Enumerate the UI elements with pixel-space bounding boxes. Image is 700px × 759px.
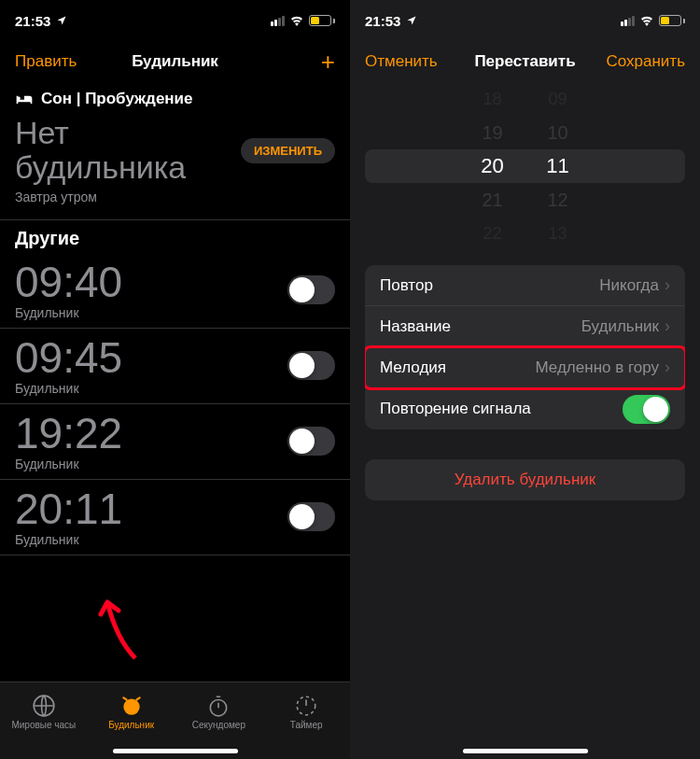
row-label: Повторение сигнала xyxy=(380,400,531,418)
alarm-label: Будильник xyxy=(15,381,122,396)
tab-stopwatch[interactable]: Секундомер xyxy=(175,682,263,740)
repeat-row[interactable]: Повтор Никогда› xyxy=(365,265,685,306)
no-alarm-text: Нет будильника xyxy=(15,116,241,186)
battery-icon xyxy=(659,15,685,26)
snooze-toggle[interactable] xyxy=(623,395,670,424)
edit-alarm-screen: 21:53 Отменить Переставить Сохранить 17 … xyxy=(350,0,700,759)
repeat-value: Никогда xyxy=(599,276,659,295)
alarm-time: 20:11 xyxy=(15,487,122,530)
name-value: Будильник xyxy=(581,317,659,336)
snooze-row: Повторение сигнала xyxy=(365,388,685,429)
edit-button[interactable]: Править xyxy=(15,52,77,71)
location-icon xyxy=(56,15,67,26)
alarm-toggle[interactable] xyxy=(287,351,335,380)
annotation-arrow xyxy=(93,588,149,663)
alarm-label: Будильник xyxy=(15,305,122,320)
sound-value: Медленно в гору xyxy=(536,358,659,377)
wifi-icon xyxy=(289,15,304,26)
add-alarm-button[interactable]: + xyxy=(321,48,335,77)
tab-label: Таймер xyxy=(290,720,323,730)
tab-world-clock[interactable]: Мировые часы xyxy=(0,682,88,740)
cancel-button[interactable]: Отменить xyxy=(365,52,438,71)
bed-icon xyxy=(15,92,34,105)
name-row[interactable]: Название Будильник› xyxy=(365,306,685,347)
selected-minute: 11 xyxy=(546,149,568,183)
svg-point-1 xyxy=(123,698,139,714)
home-indicator[interactable] xyxy=(113,749,238,753)
alarm-row[interactable]: 09:45Будильник xyxy=(0,329,350,404)
sleep-section-header: Сон | Пробуждение xyxy=(0,82,350,112)
status-bar: 21:53 xyxy=(350,0,700,41)
chevron-right-icon: › xyxy=(665,316,670,336)
row-label: Повтор xyxy=(380,276,433,295)
others-section-title: Другие xyxy=(0,219,350,253)
alarm-toggle[interactable] xyxy=(287,275,335,304)
battery-icon xyxy=(309,15,335,26)
timer-icon xyxy=(294,694,318,718)
status-time: 21:53 xyxy=(15,13,50,29)
alarm-label: Будильник xyxy=(15,457,122,471)
tab-timer[interactable]: Таймер xyxy=(262,682,350,740)
alarm-time: 09:40 xyxy=(15,260,122,303)
alarm-time: 19:22 xyxy=(15,412,122,455)
minute-picker-column[interactable]: 08 09 10 11 12 13 14 xyxy=(525,82,591,250)
tab-bar: Мировые часы Будильник Секундомер Таймер xyxy=(0,682,350,759)
chevron-right-icon: › xyxy=(665,275,670,295)
tab-alarm[interactable]: Будильник xyxy=(88,682,175,740)
tab-label: Мировые часы xyxy=(11,720,76,730)
cell-signal-icon xyxy=(621,16,635,26)
alarm-row[interactable]: 20:11Будильник xyxy=(0,480,350,555)
alarm-row[interactable]: 19:22Будильник xyxy=(0,404,350,480)
delete-group: Удалить будильник xyxy=(365,459,685,500)
nav-bar: Отменить Переставить Сохранить xyxy=(350,41,700,82)
wifi-icon xyxy=(639,15,654,26)
cell-signal-icon xyxy=(271,16,285,26)
stopwatch-icon xyxy=(206,694,231,718)
alarm-icon xyxy=(119,694,144,718)
save-button[interactable]: Сохранить xyxy=(607,52,685,71)
alarm-row[interactable]: 09:40Будильник xyxy=(0,253,350,329)
status-time: 21:53 xyxy=(365,13,400,29)
status-bar: 21:53 xyxy=(0,0,350,41)
tab-label: Будильник xyxy=(108,720,154,730)
alarm-list-screen: 21:53 Править Будильник + Сон | Пробужде… xyxy=(0,0,350,759)
nav-bar: Править Будильник + xyxy=(0,41,350,82)
sleep-header-label: Сон | Пробуждение xyxy=(41,90,193,108)
tomorrow-label: Завтра утром xyxy=(0,186,350,219)
time-picker[interactable]: 17 18 19 20 21 22 23 08 09 10 11 12 13 1… xyxy=(350,82,700,250)
alarm-toggle[interactable] xyxy=(287,427,335,456)
alarm-label: Будильник xyxy=(15,532,122,547)
alarm-toggle[interactable] xyxy=(287,502,335,531)
hour-picker-column[interactable]: 17 18 19 20 21 22 23 xyxy=(460,82,525,250)
row-label: Мелодия xyxy=(380,358,446,377)
selected-hour: 20 xyxy=(481,149,503,183)
change-sleep-button[interactable]: ИЗМЕНИТЬ xyxy=(241,138,335,163)
tab-label: Секундомер xyxy=(192,720,245,730)
alarm-settings-group: Повтор Никогда› Название Будильник› Мело… xyxy=(365,265,685,429)
home-indicator[interactable] xyxy=(463,749,588,753)
alarm-time: 09:45 xyxy=(15,336,122,379)
delete-alarm-button[interactable]: Удалить будильник xyxy=(365,459,685,500)
chevron-right-icon: › xyxy=(665,358,670,377)
location-icon xyxy=(406,15,417,26)
globe-icon xyxy=(32,694,56,718)
sound-row[interactable]: Мелодия Медленно в гору› xyxy=(365,347,685,388)
row-label: Название xyxy=(380,317,451,336)
